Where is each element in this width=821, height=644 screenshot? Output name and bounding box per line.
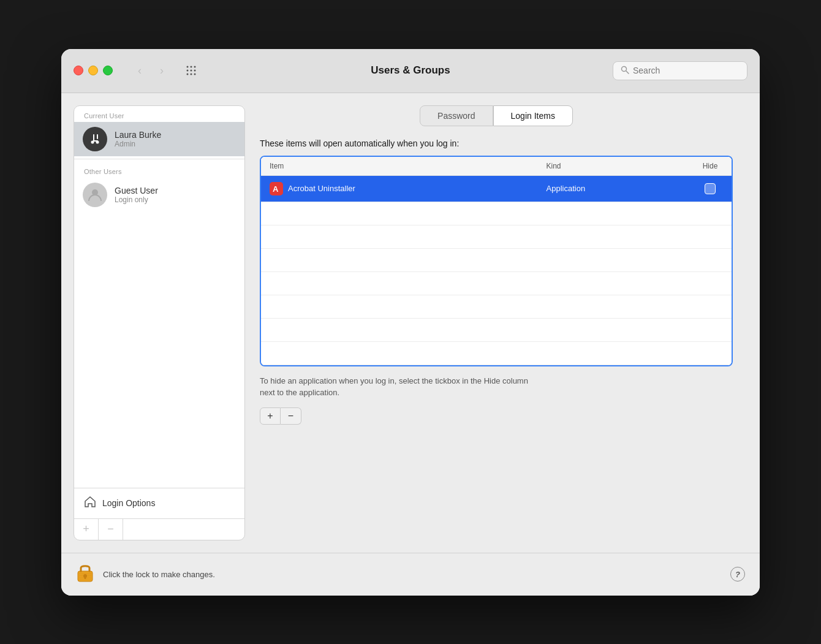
tab-password[interactable]: Password — [420, 105, 493, 126]
current-user-info: Laura Burke Admin — [115, 130, 161, 148]
svg-point-7 — [191, 74, 192, 75]
svg-point-2 — [194, 66, 196, 68]
current-user-label: Current User — [74, 106, 244, 122]
sidebar-divider — [74, 159, 244, 159]
col-item: Item — [261, 157, 538, 176]
sidebar-actions: + − — [74, 518, 244, 540]
hide-checkbox[interactable] — [705, 183, 716, 194]
forward-button[interactable]: › — [152, 61, 172, 80]
lock-label: Click the lock to make changes. — [103, 570, 215, 579]
item-cell: A Acrobat Uninstaller — [261, 175, 538, 202]
svg-point-6 — [187, 74, 189, 75]
item-name: Acrobat Uninstaller — [288, 184, 355, 193]
svg-point-8 — [194, 74, 196, 75]
sidebar-item-current-user[interactable]: Laura Burke Admin — [74, 122, 244, 156]
main-window: ‹ › Users & Groups — [61, 49, 760, 596]
col-kind: Kind — [538, 157, 689, 176]
svg-rect-13 — [97, 134, 98, 139]
house-icon — [84, 496, 96, 511]
svg-line-10 — [626, 70, 629, 73]
titlebar: ‹ › Users & Groups — [61, 49, 760, 93]
kind-cell: Application — [538, 175, 689, 202]
table-row-empty-6 — [261, 318, 732, 341]
maximize-button[interactable] — [103, 66, 113, 75]
tabs-container: Password Login Items — [260, 105, 733, 126]
grid-button[interactable] — [181, 61, 201, 80]
table-row-empty-7 — [261, 341, 732, 365]
avatar-admin — [83, 127, 107, 151]
table-row-empty-5 — [261, 295, 732, 318]
guest-user-name: Guest User — [115, 186, 158, 195]
sidebar-list: Current User Laura Burke Admin — [74, 106, 244, 488]
login-options-label: Login Options — [102, 498, 155, 508]
table-row-empty-4 — [261, 271, 732, 295]
svg-point-4 — [191, 70, 192, 72]
svg-text:A: A — [273, 184, 279, 194]
tab-login-items[interactable]: Login Items — [493, 105, 573, 126]
remove-item-button[interactable]: − — [281, 407, 301, 425]
items-table: Item Kind Hide A — [261, 157, 732, 365]
table-header: Item Kind Hide — [261, 157, 732, 176]
lock-icon[interactable] — [76, 562, 94, 587]
sidebar-item-guest[interactable]: Guest User Login only — [74, 178, 244, 212]
col-hide: Hide — [689, 157, 732, 176]
add-user-button[interactable]: + — [74, 519, 99, 540]
svg-point-0 — [187, 66, 189, 68]
svg-point-5 — [194, 70, 196, 72]
traffic-lights — [74, 66, 113, 75]
nav-buttons: ‹ › — [130, 61, 172, 80]
content-area: Current User Laura Burke Admin — [61, 93, 760, 553]
table-row-empty-2 — [261, 225, 732, 248]
guest-user-role: Login only — [115, 195, 158, 204]
current-user-name: Laura Burke — [115, 130, 161, 140]
table-row-empty-3 — [261, 248, 732, 271]
table-body: A Acrobat Uninstaller Application — [261, 175, 732, 365]
svg-point-1 — [191, 66, 192, 68]
login-items-description: These items will open automatically when… — [260, 138, 733, 148]
items-table-wrapper: Item Kind Hide A — [260, 156, 733, 366]
help-button[interactable]: ? — [730, 567, 745, 581]
back-button[interactable]: ‹ — [130, 61, 149, 80]
other-users-label: Other Users — [74, 162, 244, 178]
table-row-empty-1 — [261, 202, 732, 225]
main-panel: Password Login Items These items will op… — [245, 105, 747, 540]
guest-user-info: Guest User Login only — [115, 186, 158, 204]
svg-rect-20 — [85, 576, 86, 579]
table-row[interactable]: A Acrobat Uninstaller Application — [261, 175, 732, 202]
search-input[interactable] — [633, 66, 740, 75]
svg-point-14 — [91, 140, 94, 143]
remove-user-button[interactable]: − — [99, 519, 123, 540]
minimize-button[interactable] — [88, 66, 98, 75]
hint-text: To hide an application when you log in, … — [260, 375, 733, 399]
window-footer: Click the lock to make changes. ? — [61, 553, 760, 596]
add-item-button[interactable]: + — [260, 407, 281, 425]
sidebar: Current User Laura Burke Admin — [74, 105, 245, 540]
bottom-actions: + − — [260, 407, 733, 425]
svg-point-3 — [187, 70, 189, 72]
svg-point-15 — [96, 140, 99, 143]
window-title: Users & Groups — [371, 64, 450, 77]
login-options-item[interactable]: Login Options — [74, 488, 244, 518]
avatar-guest — [83, 183, 107, 207]
search-icon — [621, 66, 629, 76]
app-icon-acrobat: A — [270, 182, 283, 195]
hide-cell — [689, 175, 732, 202]
close-button[interactable] — [74, 66, 83, 75]
sidebar-footer: Login Options + − — [74, 488, 244, 540]
current-user-role: Admin — [115, 140, 161, 148]
search-box — [613, 61, 747, 80]
